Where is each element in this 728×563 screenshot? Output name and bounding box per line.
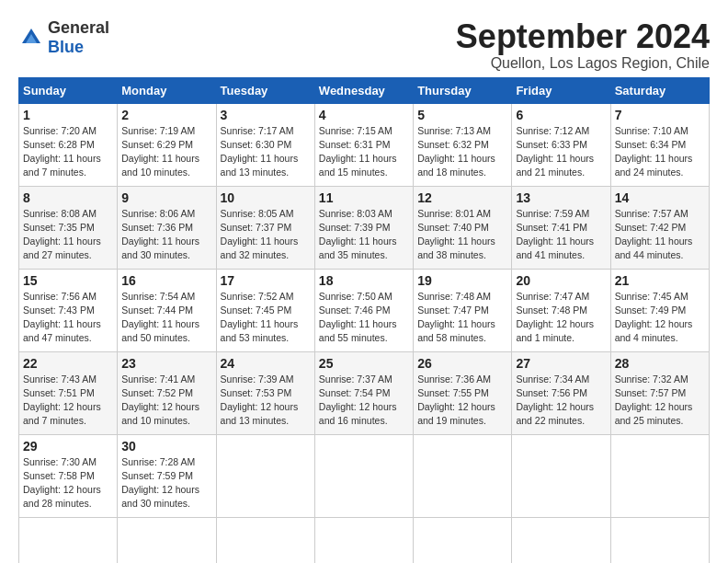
day-detail: Sunrise: 7:17 AMSunset: 6:30 PMDaylight:… <box>221 124 311 180</box>
day-number: 13 <box>516 190 606 205</box>
day-detail: Sunrise: 7:50 AMSunset: 7:46 PMDaylight:… <box>319 290 409 346</box>
calendar-cell: 3Sunrise: 7:17 AMSunset: 6:30 PMDaylight… <box>216 103 314 186</box>
calendar-cell: 8Sunrise: 8:08 AMSunset: 7:35 PMDaylight… <box>19 186 118 269</box>
calendar-cell <box>610 434 709 517</box>
calendar-cell: 30Sunrise: 7:28 AMSunset: 7:59 PMDayligh… <box>118 434 216 517</box>
day-number: 8 <box>23 190 113 205</box>
calendar-cell: 14Sunrise: 7:57 AMSunset: 7:42 PMDayligh… <box>610 186 709 269</box>
weekday-header-cell: Wednesday <box>314 77 413 103</box>
calendar-cell: 2Sunrise: 7:19 AMSunset: 6:29 PMDaylight… <box>118 103 216 186</box>
day-detail: Sunrise: 7:48 AMSunset: 7:47 PMDaylight:… <box>417 290 507 346</box>
calendar-cell: 10Sunrise: 8:05 AMSunset: 7:37 PMDayligh… <box>216 186 314 269</box>
calendar-cell: 12Sunrise: 8:01 AMSunset: 7:40 PMDayligh… <box>414 186 512 269</box>
calendar-cell: 13Sunrise: 7:59 AMSunset: 7:41 PMDayligh… <box>512 186 610 269</box>
calendar-body: 1Sunrise: 7:20 AMSunset: 6:28 PMDaylight… <box>19 103 710 563</box>
day-number: 28 <box>615 356 705 371</box>
day-detail: Sunrise: 7:37 AMSunset: 7:54 PMDaylight:… <box>319 373 409 429</box>
calendar-cell: 29Sunrise: 7:30 AMSunset: 7:58 PMDayligh… <box>19 434 118 517</box>
calendar-cell <box>118 517 216 563</box>
day-number: 1 <box>23 108 113 122</box>
calendar-cell: 5Sunrise: 7:13 AMSunset: 6:32 PMDaylight… <box>414 103 512 186</box>
day-detail: Sunrise: 7:15 AMSunset: 6:31 PMDaylight:… <box>319 124 409 180</box>
day-detail: Sunrise: 7:52 AMSunset: 7:45 PMDaylight:… <box>221 290 311 346</box>
day-number: 21 <box>615 273 705 288</box>
day-number: 27 <box>516 356 606 371</box>
day-number: 20 <box>516 273 606 288</box>
day-detail: Sunrise: 7:59 AMSunset: 7:41 PMDaylight:… <box>516 207 606 263</box>
day-detail: Sunrise: 7:20 AMSunset: 6:28 PMDaylight:… <box>23 124 113 180</box>
day-number: 10 <box>221 190 311 205</box>
day-detail: Sunrise: 7:47 AMSunset: 7:48 PMDaylight:… <box>516 290 606 346</box>
calendar-cell: 15Sunrise: 7:56 AMSunset: 7:43 PMDayligh… <box>19 269 118 351</box>
calendar-cell: 6Sunrise: 7:12 AMSunset: 6:33 PMDaylight… <box>512 103 610 186</box>
calendar-cell: 11Sunrise: 8:03 AMSunset: 7:39 PMDayligh… <box>314 186 413 269</box>
day-detail: Sunrise: 7:56 AMSunset: 7:43 PMDaylight:… <box>23 290 113 346</box>
calendar-cell <box>414 434 512 517</box>
day-detail: Sunrise: 7:54 AMSunset: 7:44 PMDaylight:… <box>121 290 211 346</box>
calendar-table: SundayMondayTuesdayWednesdayThursdayFrid… <box>18 77 710 563</box>
day-detail: Sunrise: 7:45 AMSunset: 7:49 PMDaylight:… <box>615 290 705 346</box>
calendar-cell: 21Sunrise: 7:45 AMSunset: 7:49 PMDayligh… <box>610 269 709 351</box>
calendar-cell: 9Sunrise: 8:06 AMSunset: 7:36 PMDaylight… <box>118 186 216 269</box>
day-number: 23 <box>121 356 211 371</box>
day-detail: Sunrise: 7:12 AMSunset: 6:33 PMDaylight:… <box>516 124 606 180</box>
calendar-cell <box>610 517 709 563</box>
day-detail: Sunrise: 7:28 AMSunset: 7:59 PMDaylight:… <box>121 455 211 511</box>
location-title: Quellon, Los Lagos Region, Chile <box>456 55 710 72</box>
logo-icon <box>18 25 44 51</box>
calendar-cell: 26Sunrise: 7:36 AMSunset: 7:55 PMDayligh… <box>414 351 512 434</box>
weekday-header-cell: Monday <box>118 77 216 103</box>
weekday-header-cell: Saturday <box>610 77 709 103</box>
day-detail: Sunrise: 7:39 AMSunset: 7:53 PMDaylight:… <box>221 373 311 429</box>
day-detail: Sunrise: 7:32 AMSunset: 7:57 PMDaylight:… <box>615 373 705 429</box>
day-number: 30 <box>121 439 211 454</box>
calendar-cell: 7Sunrise: 7:10 AMSunset: 6:34 PMDaylight… <box>610 103 709 186</box>
calendar-cell: 18Sunrise: 7:50 AMSunset: 7:46 PMDayligh… <box>314 269 413 351</box>
calendar-cell: 1Sunrise: 7:20 AMSunset: 6:28 PMDaylight… <box>19 103 118 186</box>
day-detail: Sunrise: 7:43 AMSunset: 7:51 PMDaylight:… <box>23 373 113 429</box>
day-number: 15 <box>23 273 113 288</box>
day-number: 22 <box>23 356 113 371</box>
logo: General Blue <box>18 18 109 57</box>
calendar-cell: 17Sunrise: 7:52 AMSunset: 7:45 PMDayligh… <box>216 269 314 351</box>
calendar-cell: 23Sunrise: 7:41 AMSunset: 7:52 PMDayligh… <box>118 351 216 434</box>
day-number: 2 <box>121 108 211 122</box>
calendar-cell <box>216 517 314 563</box>
day-number: 4 <box>319 108 409 122</box>
title-section: September 2024 Quellon, Los Lagos Region… <box>456 18 710 72</box>
day-detail: Sunrise: 8:05 AMSunset: 7:37 PMDaylight:… <box>221 207 311 263</box>
day-detail: Sunrise: 7:41 AMSunset: 7:52 PMDaylight:… <box>121 373 211 429</box>
calendar-cell <box>314 434 413 517</box>
calendar-cell <box>19 517 118 563</box>
weekday-header-cell: Friday <box>512 77 610 103</box>
day-detail: Sunrise: 8:06 AMSunset: 7:36 PMDaylight:… <box>121 207 211 263</box>
calendar-row: 29Sunrise: 7:30 AMSunset: 7:58 PMDayligh… <box>19 434 710 517</box>
calendar-row: 1Sunrise: 7:20 AMSunset: 6:28 PMDaylight… <box>19 103 710 186</box>
day-detail: Sunrise: 7:30 AMSunset: 7:58 PMDaylight:… <box>23 455 113 511</box>
calendar-row: 8Sunrise: 8:08 AMSunset: 7:35 PMDaylight… <box>19 186 710 269</box>
calendar-cell: 20Sunrise: 7:47 AMSunset: 7:48 PMDayligh… <box>512 269 610 351</box>
weekday-header-cell: Tuesday <box>216 77 314 103</box>
page-header: General Blue September 2024 Quellon, Los… <box>18 18 710 72</box>
day-number: 11 <box>319 190 409 205</box>
calendar-cell <box>216 434 314 517</box>
day-detail: Sunrise: 8:01 AMSunset: 7:40 PMDaylight:… <box>417 207 507 263</box>
day-detail: Sunrise: 7:10 AMSunset: 6:34 PMDaylight:… <box>615 124 705 180</box>
day-number: 29 <box>23 439 113 454</box>
calendar-cell: 24Sunrise: 7:39 AMSunset: 7:53 PMDayligh… <box>216 351 314 434</box>
day-detail: Sunrise: 7:13 AMSunset: 6:32 PMDaylight:… <box>417 124 507 180</box>
calendar-cell: 28Sunrise: 7:32 AMSunset: 7:57 PMDayligh… <box>610 351 709 434</box>
day-number: 17 <box>221 273 311 288</box>
calendar-row <box>19 517 710 563</box>
calendar-row: 15Sunrise: 7:56 AMSunset: 7:43 PMDayligh… <box>19 269 710 351</box>
calendar-cell <box>414 517 512 563</box>
day-number: 26 <box>417 356 507 371</box>
weekday-header-cell: Sunday <box>19 77 118 103</box>
day-detail: Sunrise: 7:36 AMSunset: 7:55 PMDaylight:… <box>417 373 507 429</box>
calendar-row: 22Sunrise: 7:43 AMSunset: 7:51 PMDayligh… <box>19 351 710 434</box>
day-detail: Sunrise: 7:19 AMSunset: 6:29 PMDaylight:… <box>121 124 211 180</box>
calendar-cell: 22Sunrise: 7:43 AMSunset: 7:51 PMDayligh… <box>19 351 118 434</box>
calendar-cell: 27Sunrise: 7:34 AMSunset: 7:56 PMDayligh… <box>512 351 610 434</box>
calendar-cell: 16Sunrise: 7:54 AMSunset: 7:44 PMDayligh… <box>118 269 216 351</box>
day-number: 18 <box>319 273 409 288</box>
